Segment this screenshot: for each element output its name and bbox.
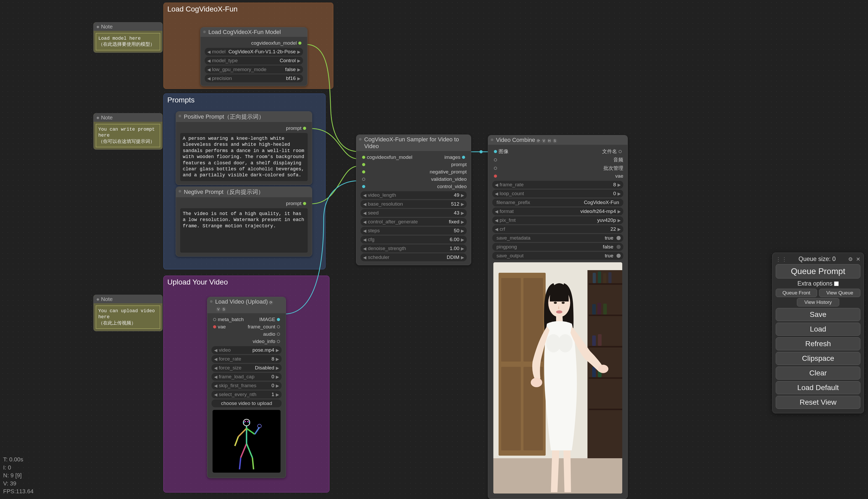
svg-rect-34 bbox=[603, 304, 607, 315]
load-button[interactable]: Load bbox=[776, 322, 860, 336]
svg-rect-29 bbox=[598, 271, 601, 283]
widget-frame-load-cap[interactable]: ◀frame_load_cap0▶ bbox=[212, 373, 282, 381]
output-port-image[interactable] bbox=[277, 318, 280, 321]
widget-base-resolution[interactable]: ◀base_resolution512▶ bbox=[360, 200, 467, 208]
svg-point-2 bbox=[245, 421, 246, 422]
widget-frame-rate[interactable]: ◀frame_rate8▶ bbox=[492, 181, 623, 188]
choose-video-button[interactable]: choose video to upload bbox=[212, 400, 282, 407]
node-negative-prompt[interactable]: Negtive Prompt（反向提示词） prompt The video i… bbox=[176, 186, 312, 257]
svg-rect-27 bbox=[589, 409, 622, 410]
svg-rect-30 bbox=[603, 273, 606, 283]
node-sampler[interactable]: CogVideoX-Fun Sampler for Video to Video… bbox=[356, 135, 471, 265]
load-default-button[interactable]: Load Default bbox=[776, 381, 860, 394]
widget-filename-prefix[interactable]: filename_prefixCogVideoX-Fun bbox=[492, 198, 623, 206]
svg-rect-18 bbox=[501, 278, 521, 362]
extra-options-checkbox[interactable] bbox=[834, 281, 839, 286]
input-port-audio[interactable] bbox=[494, 158, 497, 161]
output-port-filename[interactable] bbox=[619, 150, 622, 153]
widget-select-every[interactable]: ◀select_every_nth1▶ bbox=[212, 391, 282, 399]
output-port-prompt[interactable] bbox=[303, 127, 306, 130]
svg-point-0 bbox=[479, 150, 483, 153]
widget-video[interactable]: ◀videopose.mp4▶ bbox=[212, 346, 282, 354]
refresh-button[interactable]: Refresh bbox=[776, 337, 860, 350]
svg-rect-31 bbox=[608, 272, 611, 283]
widget-loop-count[interactable]: ◀loop_count0▶ bbox=[492, 190, 623, 197]
svg-rect-35 bbox=[592, 336, 596, 346]
queue-prompt-button[interactable]: Queue Prompt bbox=[776, 264, 860, 279]
input-port-negative[interactable] bbox=[362, 170, 365, 173]
widget-control-after[interactable]: ◀control_after_generatefixed▶ bbox=[360, 218, 467, 226]
node-load-model[interactable]: Load CogVideoX-Fun Model cogvideoxfun_mo… bbox=[200, 27, 308, 86]
widget-force-rate[interactable]: ◀force_rate8▶ bbox=[212, 355, 282, 363]
widget-model-type[interactable]: ◀model_typeControl▶ bbox=[205, 57, 303, 64]
svg-line-7 bbox=[238, 428, 247, 437]
note-upload: ● Note You can upload video here （在此上传视频… bbox=[93, 295, 163, 331]
widget-save-metadata[interactable]: save_metadatatrue bbox=[492, 234, 623, 242]
positive-prompt-text[interactable]: A person wearing a knee-length white sle… bbox=[180, 133, 308, 181]
widget-skip-first[interactable]: ◀skip_first_frames0▶ bbox=[212, 382, 282, 390]
widget-cfg[interactable]: ◀cfg6.00▶ bbox=[360, 236, 467, 243]
input-port-vae[interactable] bbox=[213, 325, 216, 328]
widget-crf[interactable]: ◀crf22▶ bbox=[492, 225, 623, 233]
node-load-video[interactable]: Load Video (Upload)⟳VS meta_batchIMAGE v… bbox=[207, 297, 286, 478]
input-port-model[interactable] bbox=[362, 156, 365, 159]
clipspace-button[interactable]: Clipspace bbox=[776, 352, 860, 365]
node-badge-icon: H bbox=[547, 138, 552, 143]
output-port-frame-count[interactable] bbox=[277, 325, 280, 328]
svg-point-41 bbox=[554, 302, 557, 304]
widget-format[interactable]: ◀formatvideo/h264-mp4▶ bbox=[492, 207, 623, 215]
input-port-image[interactable] bbox=[494, 150, 497, 153]
widget-video-length[interactable]: ◀video_length49▶ bbox=[360, 191, 467, 199]
node-positive-prompt[interactable]: Positive Prompt（正向提示词） prompt A person w… bbox=[176, 111, 312, 185]
video-preview bbox=[213, 410, 281, 473]
close-icon[interactable]: ✕ bbox=[856, 256, 860, 262]
view-queue-button[interactable]: View Queue bbox=[819, 289, 860, 297]
output-port-prompt[interactable] bbox=[303, 202, 306, 205]
svg-line-10 bbox=[255, 427, 259, 434]
output-port-audio[interactable] bbox=[277, 332, 280, 336]
input-port-batch[interactable] bbox=[494, 167, 497, 170]
widget-force-size[interactable]: ◀force_sizeDisabled▶ bbox=[212, 364, 282, 372]
svg-point-5 bbox=[249, 422, 250, 423]
svg-line-14 bbox=[247, 443, 252, 458]
queue-front-button[interactable]: Queue Front bbox=[776, 289, 817, 297]
svg-point-46 bbox=[558, 334, 573, 352]
save-button[interactable]: Save bbox=[776, 308, 860, 321]
widget-denoise[interactable]: ◀denoise_strength1.00▶ bbox=[360, 245, 467, 252]
widget-scheduler[interactable]: ◀schedulerDDIM▶ bbox=[360, 253, 467, 261]
widget-seed[interactable]: ◀seed43▶ bbox=[360, 209, 467, 217]
node-badge-icon: ⟳ bbox=[269, 300, 273, 305]
gear-icon[interactable]: ⚙ bbox=[848, 256, 853, 262]
widget-steps[interactable]: ◀steps50▶ bbox=[360, 227, 467, 235]
svg-point-3 bbox=[247, 421, 249, 422]
node-video-combine[interactable]: Video Combine⟳VHS 图像文件名 音频 批次管理 vae ◀fra… bbox=[488, 135, 628, 499]
output-port-images[interactable] bbox=[462, 156, 465, 159]
reset-view-button[interactable]: Reset View bbox=[776, 396, 860, 409]
control-panel[interactable]: ⋮⋮ Queue size: 0 ⚙ ✕ Queue Prompt Extra … bbox=[772, 253, 864, 413]
widget-pingpong[interactable]: pingpongfalse bbox=[492, 243, 623, 251]
svg-rect-24 bbox=[589, 315, 622, 316]
widget-precision[interactable]: ◀precisionbf16▶ bbox=[205, 74, 303, 82]
node-canvas[interactable]: Load CogVideoX-Fun Prompts Upload Your V… bbox=[0, 0, 868, 499]
node-badge-icon: V bbox=[216, 307, 221, 312]
widget-pix-fmt[interactable]: ◀pix_fmtyuv420p▶ bbox=[492, 216, 623, 224]
extra-options-toggle[interactable]: Extra options bbox=[776, 280, 860, 287]
view-history-button[interactable]: View History bbox=[797, 298, 839, 306]
input-port-prompt[interactable] bbox=[362, 163, 365, 166]
widget-model[interactable]: ◀modelCogVideoX-Fun-V1.1-2b-Pose▶ bbox=[205, 48, 303, 56]
input-port-validation[interactable] bbox=[362, 178, 365, 181]
input-port-vae[interactable] bbox=[494, 174, 497, 178]
clear-button[interactable]: Clear bbox=[776, 367, 860, 380]
widget-low-gpu[interactable]: ◀low_gpu_memory_modefalse▶ bbox=[205, 65, 303, 73]
input-port-control[interactable] bbox=[362, 185, 365, 188]
output-port-info[interactable] bbox=[277, 340, 280, 343]
svg-line-12 bbox=[241, 443, 247, 458]
negative-prompt-text[interactable]: The video is not of a high quality, it h… bbox=[180, 208, 308, 253]
input-port-meta[interactable] bbox=[213, 318, 216, 321]
svg-rect-36 bbox=[598, 334, 602, 346]
svg-line-8 bbox=[235, 437, 238, 446]
output-port-model[interactable] bbox=[298, 41, 301, 45]
drag-handle-icon[interactable]: ⋮⋮ bbox=[776, 256, 788, 262]
widget-save-output[interactable]: save_outputtrue bbox=[492, 252, 623, 260]
canvas-stats: T: 0.00s I: 0 N: 9 [9] V: 39 FPS:113.64 bbox=[3, 455, 34, 496]
